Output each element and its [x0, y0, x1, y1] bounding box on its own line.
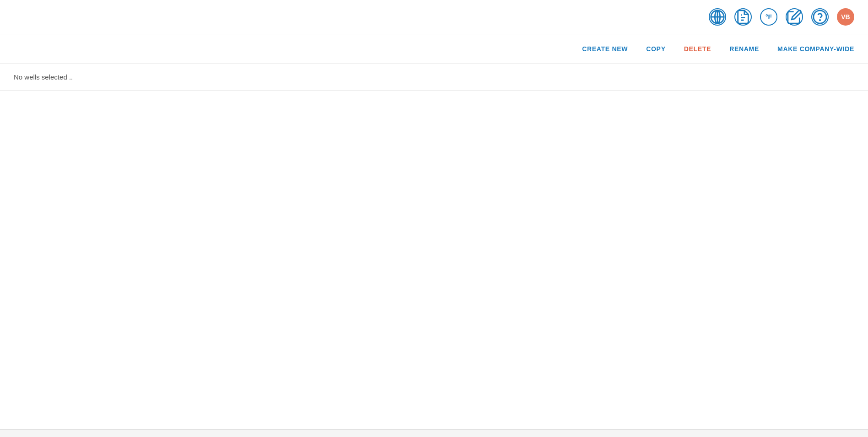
- rename-button[interactable]: RENAME: [729, 45, 759, 53]
- make-company-wide-button[interactable]: MAKE COMPANY-WIDE: [777, 45, 854, 53]
- document-icon[interactable]: [734, 8, 752, 26]
- toolbar: CREATE NEW COPY DELETE RENAME MAKE COMPA…: [0, 34, 868, 64]
- no-wells-text: No wells selected ..: [14, 73, 73, 81]
- edit-icon[interactable]: [786, 8, 803, 26]
- top-bar-icons: °F VB: [709, 8, 854, 26]
- no-wells-row: No wells selected ..: [0, 64, 868, 91]
- user-avatar[interactable]: VB: [837, 8, 854, 26]
- copy-button[interactable]: COPY: [646, 45, 665, 53]
- top-bar: °F VB: [0, 0, 868, 34]
- delete-button[interactable]: DELETE: [684, 45, 711, 53]
- temperature-icon[interactable]: °F: [760, 8, 777, 26]
- globe-icon[interactable]: [709, 8, 726, 26]
- help-icon[interactable]: [811, 8, 829, 26]
- avatar-initials: VB: [841, 13, 850, 21]
- create-new-button[interactable]: CREATE NEW: [582, 45, 628, 53]
- main-content: No wells selected ..: [0, 64, 868, 430]
